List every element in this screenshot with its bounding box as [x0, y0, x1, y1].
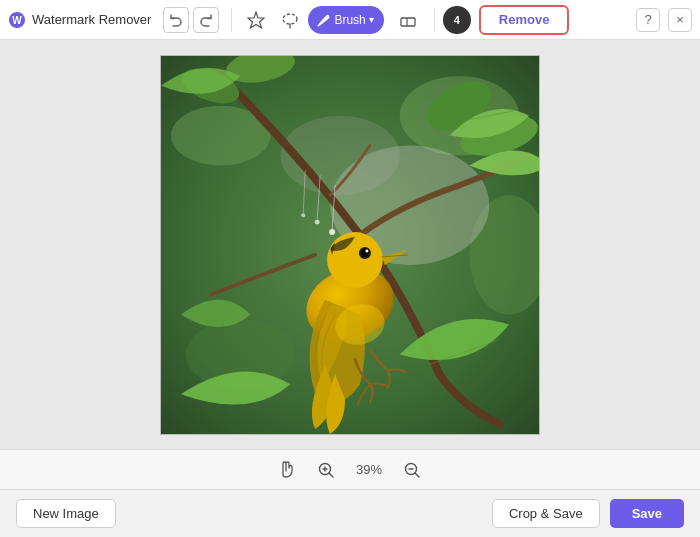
brush-icon [316, 13, 330, 27]
svg-rect-5 [401, 18, 415, 26]
zoom-toolbar: 39% [0, 449, 700, 489]
eraser-tool-button[interactable] [392, 6, 424, 34]
svg-point-3 [283, 14, 297, 24]
help-button[interactable]: ? [636, 8, 660, 32]
zoom-out-icon [404, 462, 420, 478]
svg-line-39 [415, 473, 419, 477]
titlebar: W Watermark Remover Brush ▾ [0, 0, 700, 40]
pan-hand-icon [279, 461, 297, 479]
window-controls: ? × [636, 8, 692, 32]
magic-tool-button[interactable] [240, 6, 272, 34]
remove-label: Remove [499, 12, 550, 27]
history-badge-button[interactable]: 4 [443, 6, 471, 34]
help-icon: ? [644, 12, 651, 27]
lasso-icon [281, 11, 299, 29]
svg-point-21 [329, 229, 335, 235]
undo-icon [169, 13, 183, 27]
svg-text:W: W [12, 15, 22, 26]
zoom-in-icon [318, 462, 334, 478]
save-label: Save [632, 506, 662, 521]
eraser-icon [399, 11, 417, 29]
separator-1 [231, 8, 232, 32]
separator-2 [434, 8, 435, 32]
svg-point-25 [301, 213, 305, 217]
save-button[interactable]: Save [610, 499, 684, 528]
zoom-in-button[interactable] [313, 457, 339, 483]
brush-tool-button[interactable]: Brush ▾ [308, 6, 383, 34]
app-logo-icon: W [8, 11, 26, 29]
zoom-out-button[interactable] [399, 457, 425, 483]
crop-save-button[interactable]: Crop & Save [492, 499, 600, 528]
svg-line-36 [329, 473, 333, 477]
main-canvas-area [0, 40, 700, 449]
zoom-level-text: 39% [351, 462, 387, 477]
svg-marker-2 [248, 12, 264, 28]
new-image-label: New Image [33, 506, 99, 521]
undo-button[interactable] [163, 7, 189, 33]
brush-chevron-icon: ▾ [369, 14, 374, 25]
lasso-tool-button[interactable] [274, 6, 306, 34]
footer-toolbar: New Image Crop & Save Save [0, 489, 700, 537]
magic-wand-icon [247, 11, 265, 29]
remove-button[interactable]: Remove [479, 5, 570, 35]
close-icon: × [676, 12, 684, 27]
badge-value: 4 [454, 14, 460, 26]
app-title: Watermark Remover [32, 12, 151, 27]
pan-tool-button[interactable] [275, 457, 301, 483]
crop-save-label: Crop & Save [509, 506, 583, 521]
svg-point-27 [327, 232, 383, 288]
footer-right-actions: Crop & Save Save [492, 499, 684, 528]
close-button[interactable]: × [668, 8, 692, 32]
brush-label: Brush [334, 13, 365, 27]
svg-point-23 [315, 219, 320, 224]
image-canvas[interactable] [160, 55, 540, 435]
svg-point-30 [365, 249, 368, 252]
redo-button[interactable] [193, 7, 219, 33]
redo-icon [199, 13, 213, 27]
new-image-button[interactable]: New Image [16, 499, 116, 528]
